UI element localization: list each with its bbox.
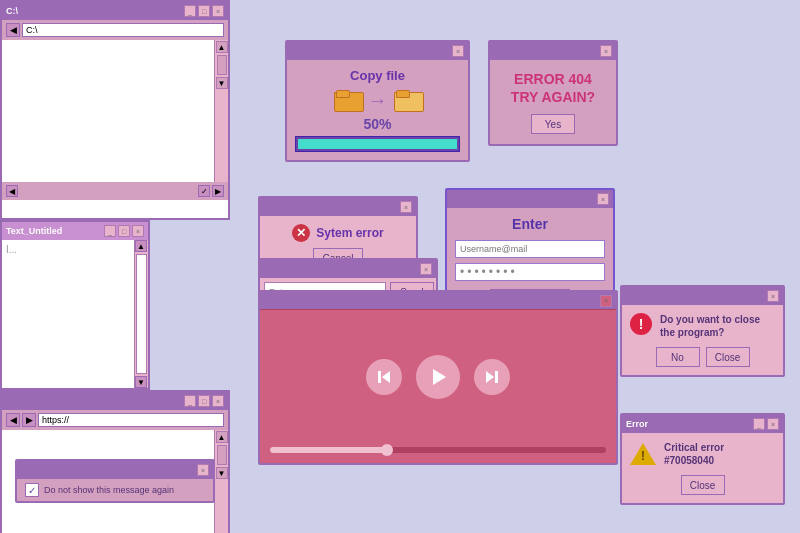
back-button[interactable]: ◀ — [6, 23, 20, 37]
copy-file-dialog: × Copy file → 50% — [285, 40, 470, 162]
login-heading: Enter — [455, 216, 605, 232]
browser2-fwd-btn[interactable]: ▶ — [22, 413, 36, 427]
minimize-button[interactable]: _ — [184, 5, 196, 17]
status-left-btn[interactable]: ◀ — [6, 185, 18, 197]
prev-button[interactable] — [366, 359, 402, 395]
yes-button[interactable]: Yes — [531, 114, 575, 134]
copy-file-controls: × — [452, 45, 464, 57]
seg6 — [343, 139, 351, 149]
messenger-titlebar: × — [260, 260, 436, 278]
messenger-close-btn[interactable]: × — [420, 263, 432, 275]
svg-marker-3 — [486, 371, 494, 383]
criterr-close-btn[interactable]: × — [767, 418, 779, 430]
criterr-controls: _ × — [753, 418, 779, 430]
browser2-scrollbar[interactable]: ▲ ▼ — [214, 430, 228, 533]
browser2-titlebar: _ □ × — [2, 392, 228, 410]
dont-show-checkbox[interactable]: ✓ — [25, 483, 39, 497]
browser2-min-btn[interactable]: _ — [184, 395, 196, 407]
text-min-btn[interactable]: _ — [104, 225, 116, 237]
seek-fill — [270, 447, 388, 453]
copy-arrow-icon: → — [368, 89, 388, 112]
scroll-down[interactable]: ▼ — [216, 77, 228, 89]
progress-bar-fill — [298, 139, 457, 149]
text-scroll-up[interactable]: ▲ — [135, 240, 147, 252]
text-close-btn[interactable]: × — [132, 225, 144, 237]
copy-percent: 50% — [295, 116, 460, 132]
file-explorer-controls: _ □ × — [184, 5, 224, 17]
next-button[interactable] — [474, 359, 510, 395]
close-prog-button[interactable]: Close — [706, 347, 750, 367]
closeprog-content: ! Do you want to close the program? No C… — [622, 305, 783, 375]
dont-show-label: Do not show this message again — [44, 485, 174, 495]
seek-thumb[interactable] — [381, 444, 393, 456]
copy-close-btn[interactable]: × — [452, 45, 464, 57]
dest-folder-icon — [394, 90, 422, 112]
warning-triangle-icon: ! — [630, 443, 656, 465]
vertical-scrollbar[interactable]: ▲ ▼ — [214, 40, 228, 182]
text-untitled-controls: _ □ × — [104, 225, 144, 237]
seg2 — [307, 139, 315, 149]
browser2-controls: _ □ × — [184, 395, 224, 407]
password-input[interactable] — [455, 263, 605, 281]
username-input[interactable] — [455, 240, 605, 258]
scroll-up[interactable]: ▲ — [216, 41, 228, 53]
next-icon — [484, 369, 500, 385]
text-scroll-down[interactable]: ▼ — [135, 376, 147, 388]
browser2-address-input[interactable] — [38, 413, 224, 427]
error-404-text: ERROR 404 TRY AGAIN? — [500, 70, 606, 106]
copy-file-titlebar: × — [287, 42, 468, 60]
browser2-scroll-thumb[interactable] — [217, 445, 227, 465]
maximize-button[interactable]: □ — [198, 5, 210, 17]
svg-marker-2 — [433, 369, 446, 385]
player-close-btn[interactable]: × — [600, 295, 612, 307]
source-folder-icon — [334, 90, 362, 112]
status-right-btn[interactable]: ▶ — [212, 185, 224, 197]
criterr-titlebar: Error _ × — [622, 415, 783, 433]
text-body: I... ▲ ▼ — [2, 240, 148, 388]
file-explorer-titlebar: C:\ _ □ × — [2, 2, 228, 20]
file-explorer-window: C:\ _ □ × ◀ ▲ ▼ ◀ ✓ ▶ — [0, 0, 230, 220]
browser2-scroll-down[interactable]: ▼ — [216, 467, 228, 479]
dontshow-titlebar: × — [17, 461, 213, 479]
text-untitled-title: Text_Untitled — [6, 226, 62, 236]
criterr-content: ! Critical error #70058040 Close — [622, 433, 783, 503]
criterr-close-button[interactable]: Close — [681, 475, 725, 495]
login-close-btn[interactable]: × — [597, 193, 609, 205]
criterr-message: Critical error #70058040 — [664, 441, 724, 467]
explorer-body: ▲ ▼ ◀ ✓ ▶ — [2, 40, 228, 200]
copy-heading: Copy file — [295, 68, 460, 83]
text-content[interactable]: I... — [2, 240, 134, 388]
browser2-close-btn[interactable]: × — [212, 395, 224, 407]
err404-close-btn[interactable]: × — [600, 45, 612, 57]
syserr-close-btn[interactable]: × — [400, 201, 412, 213]
criterr-min-btn[interactable]: _ — [753, 418, 765, 430]
browser2-scroll-up[interactable]: ▲ — [216, 431, 228, 443]
play-icon — [428, 367, 448, 387]
no-button[interactable]: No — [656, 347, 700, 367]
browser2-back-btn[interactable]: ◀ — [6, 413, 20, 427]
seg7 — [352, 139, 360, 149]
close-button[interactable]: × — [212, 5, 224, 17]
dontshow-close-btn[interactable]: × — [197, 464, 209, 476]
svg-rect-4 — [495, 371, 498, 383]
closeprog-titlebar: × — [622, 287, 783, 305]
text-max-btn[interactable]: □ — [118, 225, 130, 237]
check-box-status[interactable]: ✓ — [198, 185, 210, 197]
address-bar-row: ◀ — [2, 20, 228, 40]
dontshow-controls: × — [197, 464, 209, 476]
dontshow-content: ✓ Do not show this message again — [17, 479, 213, 501]
text-vscroll[interactable]: ▲ ▼ — [134, 240, 148, 388]
address-input[interactable] — [22, 23, 224, 37]
browser2-max-btn[interactable]: □ — [198, 395, 210, 407]
syserr-controls: × — [400, 201, 412, 213]
closeprog-close-btn[interactable]: × — [767, 290, 779, 302]
play-button[interactable] — [416, 355, 460, 399]
seek-bar[interactable] — [270, 447, 606, 453]
scroll-thumb[interactable] — [217, 55, 227, 75]
svg-rect-1 — [378, 371, 381, 383]
text-untitled-titlebar: Text_Untitled _ □ × — [2, 222, 148, 240]
text-scroll-track — [136, 254, 147, 374]
error-404-dialog: × ERROR 404 TRY AGAIN? Yes — [488, 40, 618, 146]
closeprog-controls: × — [767, 290, 779, 302]
seg5 — [334, 139, 342, 149]
